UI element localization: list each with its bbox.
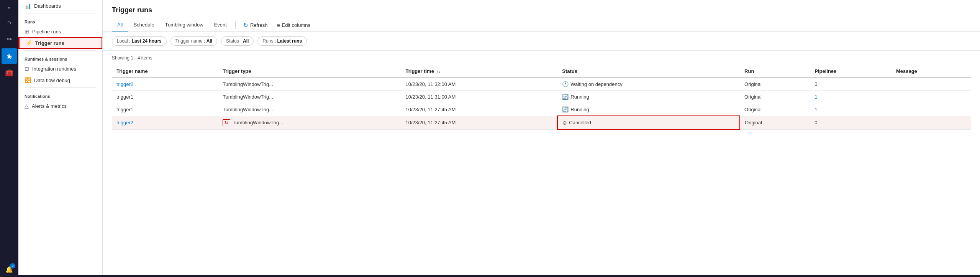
filter-local-val: Last 24 hours — [132, 38, 162, 44]
filter-runs-val: Latest runs — [277, 38, 302, 44]
cell-pipelines: 0 — [810, 77, 892, 91]
sidebar-dashboards-label: Dashboards — [34, 3, 61, 9]
status-text: Waiting on dependency — [570, 81, 622, 87]
sidebar-alerts-metrics-label: Alerts & metrics — [32, 103, 67, 109]
filter-trigger-name-key: Trigger name — [175, 38, 203, 44]
cell-message — [892, 116, 971, 129]
page-title: Trigger runs — [112, 6, 971, 14]
filter-local-key: Local — [117, 38, 128, 44]
filter-trigger-name[interactable]: Trigger name : All — [170, 36, 217, 46]
author-nav[interactable]: ✏ — [2, 31, 17, 47]
main-header: Trigger runs All Schedule Tumbling windo… — [103, 0, 980, 32]
tab-event[interactable]: Event — [209, 19, 232, 31]
cell-trigger-name[interactable]: trigger2 — [112, 116, 218, 129]
edit-columns-button[interactable]: ≡ Edit columns — [272, 20, 315, 31]
sort-icon: ↑↓ — [437, 69, 441, 74]
retry-icon[interactable]: ↻ — [223, 119, 230, 126]
main-content: Trigger runs All Schedule Tumbling windo… — [103, 0, 980, 277]
trigger-runs-table: Trigger name Trigger type Trigger time ↑… — [112, 65, 971, 130]
col-trigger-time[interactable]: Trigger time ↑↓ — [401, 65, 557, 77]
sidebar-item-alerts-metrics[interactable]: △ Alerts & metrics — [18, 100, 102, 112]
status-text: Running — [570, 107, 589, 112]
filter-status-sep: : — [239, 38, 243, 44]
cell-message — [892, 103, 971, 116]
cell-trigger-time: 10/23/20, 11:27:45 AM — [401, 103, 557, 116]
filter-local-sep: : — [128, 38, 132, 44]
filter-trigger-name-val: All — [206, 38, 212, 44]
runtimes-section-label: Runtimes & sessions — [18, 52, 102, 63]
filter-trigger-name-sep: : — [203, 38, 206, 44]
cell-run: Original — [740, 77, 810, 91]
col-run: Run — [740, 65, 810, 77]
trigger-type-text: TumblingWindowTrig... — [233, 120, 283, 125]
sidebar-item-data-flow-debug[interactable]: 🔀 Data flow debug — [18, 74, 102, 86]
cell-message — [892, 77, 971, 91]
sidebar-trigger-runs-label: Trigger runs — [35, 40, 64, 46]
filter-bar: Local : Last 24 hours Trigger name : All… — [103, 32, 980, 51]
tabs-bar: All Schedule Tumbling window Event ↻ Ref… — [112, 19, 971, 31]
filter-runs[interactable]: Runs : Latest runs — [257, 36, 307, 46]
status-icon: ⊘ — [562, 120, 567, 126]
sidebar-divider-3 — [25, 87, 96, 88]
sidebar-item-trigger-runs[interactable]: ⚡ Trigger runs — [18, 37, 102, 49]
table-header-row: Trigger name Trigger type Trigger time ↑… — [112, 65, 971, 77]
sidebar-pipeline-runs-label: Pipeline runs — [32, 29, 61, 35]
filter-status[interactable]: Status : All — [221, 36, 254, 46]
filter-local[interactable]: Local : Last 24 hours — [112, 36, 167, 46]
sidebar-divider-2 — [25, 50, 96, 51]
pipeline-runs-icon: ⊞ — [25, 28, 29, 35]
columns-icon: ≡ — [277, 22, 280, 28]
dashboard-icon: 📊 — [25, 3, 31, 9]
filter-status-key: Status — [226, 38, 239, 44]
edit-columns-label: Edit columns — [282, 22, 310, 28]
sidebar-divider-1 — [25, 13, 96, 13]
showing-count: Showing 1 - 4 items — [112, 55, 971, 61]
icon-bar: » ⌂ ✏ ◉ 🧰 🔔 2 — [0, 0, 18, 277]
notifications-section-label: Notifications — [18, 89, 102, 100]
cell-status: ⊘Cancelled — [557, 116, 740, 129]
sidebar-item-integration-runtimes[interactable]: ⊟ Integration runtimes — [18, 63, 102, 74]
manage-nav[interactable]: 🧰 — [2, 65, 17, 81]
col-message: Message — [892, 65, 971, 77]
table-row: trigger2↻TumblingWindowTrig...10/23/20, … — [112, 116, 971, 129]
table-row: trigger2TumblingWindowTrig...10/23/20, 1… — [112, 77, 971, 91]
sidebar-data-flow-debug-label: Data flow debug — [34, 77, 70, 83]
trigger-runs-icon: ⚡ — [26, 40, 32, 46]
table-row: trigger1TumblingWindowTrig...10/23/20, 1… — [112, 103, 971, 116]
sidebar-item-dashboards[interactable]: 📊 Dashboards — [18, 0, 102, 12]
cell-status: 🔄Running — [557, 103, 740, 116]
integration-runtimes-icon: ⊟ — [25, 66, 29, 72]
cell-trigger-type: TumblingWindowTrig... — [218, 91, 401, 103]
col-trigger-time-label: Trigger time — [405, 68, 434, 74]
cell-message — [892, 91, 971, 103]
tab-tumbling-window[interactable]: Tumbling window — [160, 19, 209, 31]
cell-trigger-time: 10/23/20, 11:31:00 AM — [401, 91, 557, 103]
col-status: Status — [557, 65, 740, 77]
cell-trigger-name: trigger1 — [112, 103, 218, 116]
tab-all[interactable]: All — [112, 19, 128, 31]
cell-trigger-type: ↻TumblingWindowTrig... — [218, 116, 401, 129]
content-area: Showing 1 - 4 items Trigger name Trigger… — [103, 51, 980, 277]
expand-icon[interactable]: » — [8, 3, 11, 13]
monitor-nav[interactable]: ◉ — [2, 48, 17, 64]
sidebar-integration-runtimes-label: Integration runtimes — [32, 66, 76, 72]
col-trigger-type: Trigger type — [218, 65, 401, 77]
status-icon: 🔄 — [562, 94, 569, 100]
refresh-button[interactable]: ↻ Refresh — [239, 20, 272, 31]
home-nav[interactable]: ⌂ — [2, 15, 17, 30]
cell-trigger-type: TumblingWindowTrig... — [218, 77, 401, 91]
cell-status: 🔄Running — [557, 91, 740, 103]
cell-run: Original — [740, 116, 810, 129]
filter-status-val: All — [243, 38, 249, 44]
tab-schedule[interactable]: Schedule — [128, 19, 159, 31]
cell-trigger-time: 10/23/20, 11:27:45 AM — [401, 116, 557, 129]
cell-pipelines: 0 — [810, 116, 892, 129]
cell-pipelines[interactable]: 1 — [810, 103, 892, 116]
sidebar-item-pipeline-runs[interactable]: ⊞ Pipeline runs — [18, 26, 102, 37]
status-icon: 🔄 — [562, 106, 569, 112]
tab-divider — [235, 21, 236, 29]
cell-pipelines[interactable]: 1 — [810, 91, 892, 103]
cell-status: 🕐Waiting on dependency — [557, 77, 740, 91]
notifications-nav[interactable]: 🔔 2 — [2, 262, 17, 277]
cell-trigger-name[interactable]: trigger2 — [112, 77, 218, 91]
